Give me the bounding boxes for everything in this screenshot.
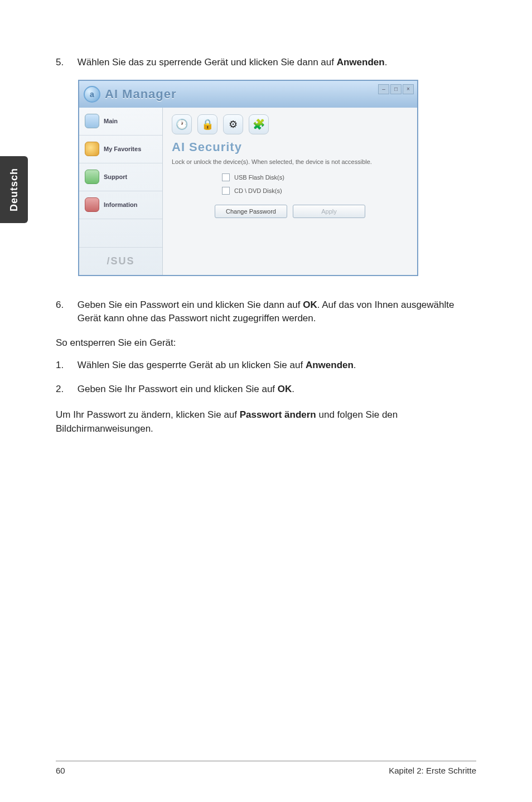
pwchange-bold: Passwort ändern <box>240 409 316 420</box>
favorites-icon <box>85 142 99 156</box>
step-5-text: Wählen Sie das zu sperrende Gerät und kl… <box>78 56 476 70</box>
unlock-step-2-post: . <box>292 384 294 394</box>
unlock-step-1-bold: Anwenden <box>306 360 354 370</box>
step-5-pre: Wählen Sie das zu sperrende Gerät und kl… <box>78 57 337 67</box>
step-5-post: . <box>385 57 388 67</box>
close-button[interactable]: × <box>403 84 414 94</box>
unlock-heading: So entsperren Sie ein Gerät: <box>56 336 476 350</box>
change-password-button[interactable]: Change Password <box>215 205 287 218</box>
page-footer: 60 Kapitel 2: Erste Schritte <box>56 761 476 775</box>
step-6: 6. Geben Sie ein Passwort ein und klicke… <box>56 298 476 326</box>
nav-item-label: Support <box>104 173 127 180</box>
button-row: Change Password Apply <box>172 205 408 218</box>
cddvd-checkbox-label: CD \ DVD Disk(s) <box>234 187 282 194</box>
main-icon <box>85 114 99 128</box>
nav-item-main[interactable]: Main <box>79 108 162 136</box>
toolbar-icon-2[interactable]: 🔒 <box>197 114 217 134</box>
titlebar: a AI Manager – □ × <box>79 81 417 108</box>
unlock-step-1-pre: Wählen Sie das gesperrte Gerät ab un kli… <box>78 360 306 370</box>
nav-item-support[interactable]: Support <box>79 163 162 191</box>
unlock-step-1-post: . <box>354 360 356 370</box>
toolbar-icon-3[interactable]: ⚙ <box>223 114 243 134</box>
unlock-step-1: 1. Wählen Sie das gesperrte Gerät ab un … <box>56 359 476 373</box>
window-title: AI Manager <box>105 87 177 102</box>
ai-manager-window: a AI Manager – □ × Main My Favorites <box>78 80 418 276</box>
app-logo-letter: a <box>90 90 94 99</box>
toolbar-icon-1[interactable]: 🕐 <box>172 114 192 134</box>
chapter-label: Kapitel 2: Erste Schritte <box>389 766 476 775</box>
unlock-step-2-pre: Geben Sie Ihr Passwort ein und klicken S… <box>78 384 278 394</box>
step-5: 5. Wählen Sie das zu sperrende Gerät und… <box>56 56 476 70</box>
content-pane: 🕐 🔒 ⚙ 🧩 AI Security Lock or unlock the d… <box>163 108 417 275</box>
page-number: 60 <box>56 766 65 775</box>
nav-item-label: Information <box>104 201 138 208</box>
minimize-button[interactable]: – <box>378 84 389 94</box>
unlock-step-2-text: Geben Sie Ihr Passwort ein und klicken S… <box>78 383 476 397</box>
section-description: Lock or unlock the device(s). When selec… <box>172 158 408 166</box>
nav-item-label: My Favorites <box>104 146 141 152</box>
unlock-step-2: 2. Geben Sie Ihr Passwort ein und klicke… <box>56 383 476 397</box>
unlock-step-1-number: 1. <box>56 359 75 373</box>
nav-item-label: Main <box>104 118 118 124</box>
toolbar: 🕐 🔒 ⚙ 🧩 <box>172 114 408 134</box>
left-nav: Main My Favorites Support Information /S… <box>79 108 163 275</box>
checkbox-row-cddvd: CD \ DVD Disk(s) <box>222 187 408 195</box>
toolbar-icon-4[interactable]: 🧩 <box>249 114 269 134</box>
step-6-bold: OK <box>303 299 317 310</box>
pwchange-pre: Um Ihr Passwort zu ändern, klicken Sie a… <box>56 409 240 420</box>
step-6-number: 6. <box>56 298 75 312</box>
usb-checkbox[interactable] <box>222 173 230 181</box>
apply-button[interactable]: Apply <box>293 205 365 218</box>
maximize-button[interactable]: □ <box>390 84 402 94</box>
unlock-step-2-number: 2. <box>56 383 75 397</box>
language-side-tab-label: Deutsch <box>8 168 20 211</box>
password-change-paragraph: Um Ihr Passwort zu ändern, klicken Sie a… <box>56 408 476 436</box>
app-logo-icon: a <box>84 86 100 103</box>
information-icon <box>85 197 99 212</box>
section-title: AI Security <box>172 140 408 154</box>
cddvd-checkbox[interactable] <box>222 187 230 195</box>
nav-item-information[interactable]: Information <box>79 191 162 219</box>
unlock-step-1-text: Wählen Sie das gesperrte Gerät ab un kli… <box>78 359 476 373</box>
step-6-pre: Geben Sie ein Passwort ein und klicken S… <box>78 299 303 310</box>
language-side-tab: Deutsch <box>0 156 28 223</box>
window-buttons: – □ × <box>378 84 414 94</box>
unlock-step-2-bold: OK <box>278 384 292 394</box>
checkbox-row-usb: USB Flash Disk(s) <box>222 173 408 181</box>
nav-item-favorites[interactable]: My Favorites <box>79 136 162 163</box>
step-5-bold: Anwenden <box>337 57 385 67</box>
brand-logo: /SUS <box>79 247 162 275</box>
support-icon <box>85 170 99 184</box>
step-6-text: Geben Sie ein Passwort ein und klicken S… <box>78 298 476 326</box>
usb-checkbox-label: USB Flash Disk(s) <box>234 174 284 181</box>
step-5-number: 5. <box>56 56 75 70</box>
